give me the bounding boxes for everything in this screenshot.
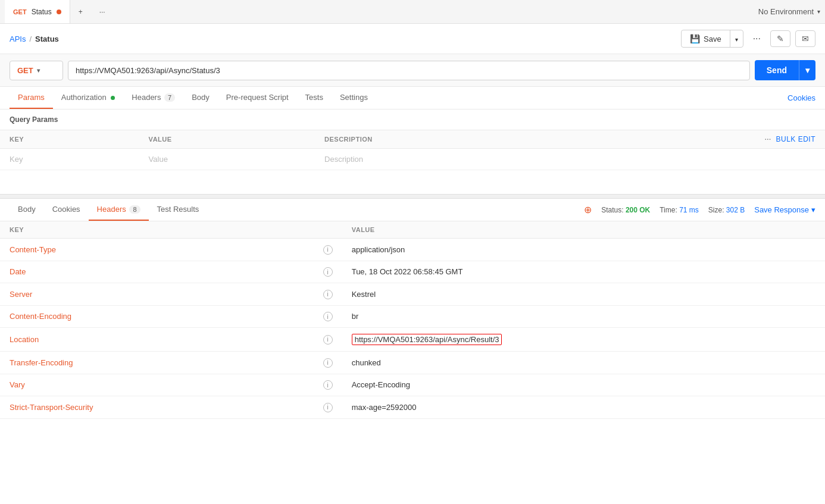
authorization-dot [111,96,115,100]
time-value: 71 ms [679,206,699,214]
info-icon[interactable]: i [323,358,333,368]
response-header-key: Location [0,328,314,352]
resp-tab-cookies[interactable]: Cookies [44,199,89,221]
info-icon[interactable]: i [323,267,333,277]
resp-value-header: VALUE [342,221,825,239]
tab-settings[interactable]: Settings [332,87,376,109]
headers-badge: 7 [164,93,175,102]
response-status-bar: ⊕ Status: 200 OK Time: 71 ms Size: 302 B… [584,204,815,215]
cookies-link[interactable]: Cookies [788,87,815,108]
info-col: i [314,239,342,261]
resp-tab-body[interactable]: Body [10,199,44,221]
toolbar-actions: 💾 Save ▾ ··· ✎ ✉ [681,30,815,48]
method-label: GET [17,66,33,75]
tab-bar: GET Status + ··· No Environment ▾ [0,0,825,24]
toolbar: APIs / Status 💾 Save ▾ ··· ✎ ✉ [0,24,825,54]
response-header-key: Transfer-Encoding [0,352,314,374]
chevron-down-icon: ▾ [735,36,738,43]
value-placeholder[interactable]: Value [139,149,315,170]
info-col: i [314,283,342,306]
send-button[interactable]: Send ▾ [755,60,815,80]
message-icon: ✉ [802,34,809,43]
size-value: 302 B [726,206,745,214]
more-tabs-button[interactable]: ··· [91,0,114,23]
info-col: i [314,305,342,328]
info-icon[interactable]: i [323,290,333,299]
url-input[interactable] [68,61,750,80]
table-row: DateiTue, 18 Oct 2022 06:58:45 GMT [0,261,825,283]
info-icon[interactable]: i [323,312,333,321]
value-column-header: VALUE [139,130,315,149]
resp-tab-headers[interactable]: Headers 8 [89,199,149,221]
response-header-key: Server [0,283,314,306]
tab-title: Status [32,8,52,16]
key-placeholder[interactable]: Key [0,149,139,170]
warning-icon: ⊕ [584,204,592,215]
response-header-value: Accept-Encoding [342,374,825,396]
info-icon[interactable]: i [323,380,333,390]
chevron-down-icon: ▾ [37,67,40,74]
response-header-key: Strict-Transport-Security [0,396,314,419]
breadcrumb-current: Status [35,35,59,43]
edit-button[interactable]: ✎ [770,30,790,47]
tab-body[interactable]: Body [183,87,218,109]
query-params-section: Query Params KEY VALUE DESCRIPTION ··· B… [0,109,825,170]
add-tab-button[interactable]: + [70,0,91,23]
tab-params[interactable]: Params [10,87,53,109]
response-header-key: Vary [0,374,314,396]
info-icon[interactable]: i [323,335,333,345]
table-row: Strict-Transport-Securityimax-age=259200… [0,396,825,419]
request-tab[interactable]: GET Status [5,0,70,23]
info-col: i [314,352,342,374]
response-header-value: max-age=2592000 [342,396,825,419]
response-headers-table: KEY VALUE Content-Typeiapplication/jsonD… [0,221,825,419]
comment-button[interactable]: ✉ [795,30,815,47]
pencil-icon: ✎ [777,34,784,43]
size-label: Size: 302 B [708,206,745,214]
more-options-button[interactable]: ··· [748,31,765,46]
response-header-value: application/json [342,239,825,261]
info-icon[interactable]: i [323,403,333,412]
table-row: VaryiAccept-Encoding [0,374,825,396]
tab-method: GET [13,8,27,15]
description-placeholder[interactable]: Description [315,149,825,170]
status-value: 200 OK [626,206,650,214]
response-headers-section: KEY VALUE Content-Typeiapplication/jsonD… [0,221,825,419]
chevron-down-icon: ▾ [811,205,815,214]
table-row: Content-Encodingibr [0,305,825,328]
params-placeholder-row: Key Value Description [0,149,825,170]
resp-info-header [314,221,342,239]
tab-prerequest[interactable]: Pre-request Script [218,87,297,109]
breadcrumb-separator: / [29,35,32,43]
resp-headers-badge: 8 [129,205,140,214]
description-column-header: DESCRIPTION ··· Bulk Edit [315,130,825,149]
query-params-table: KEY VALUE DESCRIPTION ··· Bulk Edit Key … [0,130,825,170]
table-row: ServeriKestrel [0,283,825,306]
response-header-value: Kestrel [342,283,825,306]
info-col: i [314,374,342,396]
save-icon: 💾 [690,34,700,43]
send-caret[interactable]: ▾ [799,60,815,80]
response-header-value: Tue, 18 Oct 2022 06:58:45 GMT [342,261,825,283]
info-icon[interactable]: i [323,245,333,255]
resp-tab-test-results[interactable]: Test Results [149,199,208,221]
method-selector[interactable]: GET ▾ [10,61,63,80]
tab-authorization[interactable]: Authorization [53,87,124,109]
tab-headers[interactable]: Headers 7 [123,87,183,109]
response-tabs-bar: Body Cookies Headers 8 Test Results ⊕ St… [0,199,825,221]
save-caret[interactable]: ▾ [730,31,743,47]
environment-selector[interactable]: No Environment ▾ [758,7,820,16]
params-more-icon[interactable]: ··· [765,136,771,143]
bulk-edit-button[interactable]: Bulk Edit [776,135,815,143]
save-button[interactable]: 💾 Save ▾ [681,30,743,48]
url-bar: GET ▾ Send ▾ [0,54,825,87]
save-response-button[interactable]: Save Response ▾ [754,205,815,214]
status-label: Status: 200 OK [601,206,650,214]
response-divider [0,194,825,199]
tab-tests[interactable]: Tests [297,87,332,109]
response-header-value: chunked [342,352,825,374]
response-header-key: Content-Type [0,239,314,261]
breadcrumb-parent[interactable]: APIs [10,35,26,43]
request-tabs: Params Authorization Headers 7 Body Pre-… [0,87,825,109]
resp-key-header: KEY [0,221,314,239]
